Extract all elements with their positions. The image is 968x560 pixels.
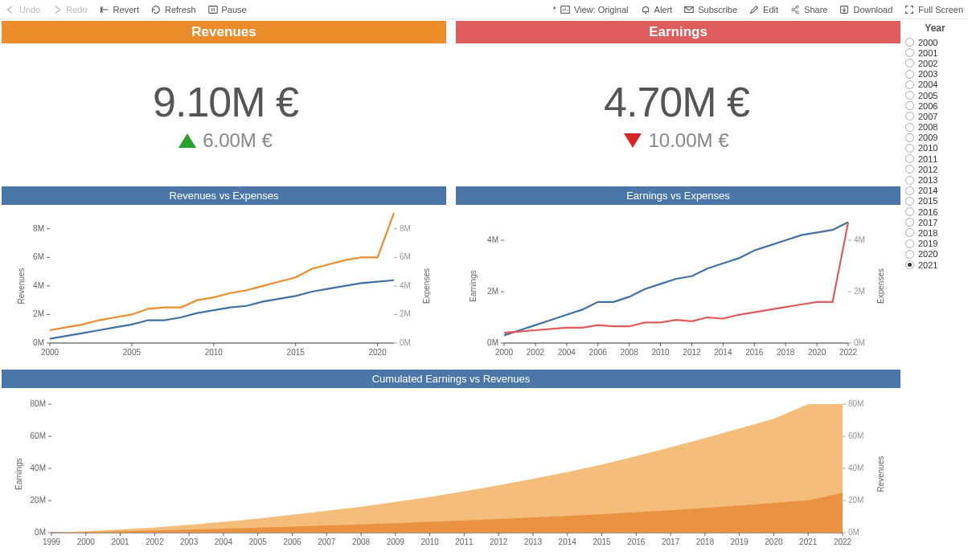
- svg-text:2022: 2022: [834, 538, 852, 546]
- svg-text:2012: 2012: [490, 538, 508, 546]
- svg-text:2016: 2016: [745, 348, 764, 357]
- view-button[interactable]: * View: Original: [553, 4, 629, 15]
- radio-icon: [905, 239, 914, 248]
- svg-text:0M: 0M: [33, 338, 44, 347]
- radio-icon: [905, 48, 914, 57]
- year-option-2013[interactable]: 2013: [905, 174, 965, 185]
- undo-button[interactable]: Undo: [5, 4, 40, 15]
- svg-text:40M: 40M: [848, 464, 863, 472]
- pause-button[interactable]: Pause: [207, 4, 247, 15]
- alert-button[interactable]: Alert: [640, 4, 673, 15]
- year-option-2005[interactable]: 2005: [905, 90, 965, 100]
- year-option-2011[interactable]: 2011: [905, 153, 965, 164]
- year-option-2007[interactable]: 2007: [905, 111, 965, 121]
- subscribe-button[interactable]: Subscribe: [683, 4, 737, 15]
- svg-text:0M: 0M: [487, 338, 498, 347]
- svg-text:1999: 1999: [43, 538, 61, 546]
- year-option-2006[interactable]: 2006: [905, 100, 965, 111]
- year-option-2014[interactable]: 2014: [905, 186, 965, 196]
- svg-text:20M: 20M: [31, 496, 46, 505]
- svg-text:2M: 2M: [487, 287, 498, 296]
- y-axis-right-label: Expenses: [877, 268, 886, 304]
- svg-text:2020: 2020: [765, 538, 783, 546]
- pause-icon: [207, 4, 219, 15]
- svg-text:2017: 2017: [662, 538, 680, 546]
- svg-text:6M: 6M: [33, 252, 44, 261]
- svg-text:2010: 2010: [420, 538, 439, 546]
- svg-text:2014: 2014: [559, 538, 577, 546]
- year-option-2009[interactable]: 2009: [905, 133, 965, 143]
- svg-text:2002: 2002: [527, 348, 545, 357]
- svg-text:2006: 2006: [589, 348, 608, 357]
- earnings-vs-expenses-chart[interactable]: 0M2M4M0M2M4M2000200220042006200820102012…: [456, 205, 896, 364]
- year-label: 2019: [918, 239, 937, 248]
- edit-button[interactable]: Edit: [749, 4, 778, 15]
- year-option-2019[interactable]: 2019: [905, 239, 965, 249]
- svg-text:2010: 2010: [205, 348, 224, 357]
- svg-text:2M: 2M: [854, 287, 865, 296]
- year-label: 2013: [918, 175, 937, 185]
- radio-icon: [905, 91, 914, 100]
- year-label: 2015: [918, 196, 937, 206]
- y-axis-right-label: Revenues: [876, 456, 885, 492]
- pencil-icon: [749, 4, 760, 15]
- fullscreen-button[interactable]: Full Screen: [904, 4, 963, 15]
- svg-text:4M: 4M: [487, 235, 498, 244]
- year-label: 2003: [918, 69, 937, 79]
- svg-text:2M: 2M: [33, 309, 44, 318]
- revenues-vs-expenses-chart[interactable]: 0M2M4M6M8M0M2M4M6M8M20002005201020152020: [2, 205, 442, 364]
- cumulated-chart[interactable]: 0M20M40M60M80M0M20M40M60M80M199920002001…: [2, 388, 892, 554]
- year-option-2000[interactable]: 2000: [905, 37, 965, 47]
- svg-text:2013: 2013: [524, 538, 543, 546]
- year-option-2020[interactable]: 2020: [905, 249, 965, 260]
- svg-text:60M: 60M: [848, 431, 863, 440]
- year-label: 2004: [918, 80, 937, 89]
- year-option-2012[interactable]: 2012: [905, 164, 965, 174]
- radio-icon: [905, 59, 914, 67]
- svg-text:2000: 2000: [41, 348, 59, 357]
- year-option-2004[interactable]: 2004: [905, 80, 965, 90]
- year-label: 2021: [918, 260, 937, 270]
- year-label: 2016: [918, 207, 937, 217]
- y-axis-left-label: Earnings: [14, 458, 23, 489]
- year-option-2015[interactable]: 2015: [905, 196, 965, 206]
- year-option-2008[interactable]: 2008: [905, 122, 965, 133]
- refresh-button[interactable]: Refresh: [150, 4, 196, 15]
- radio-icon: [905, 228, 914, 237]
- year-option-2003[interactable]: 2003: [905, 69, 965, 80]
- svg-text:2006: 2006: [283, 538, 301, 546]
- radio-icon: [905, 176, 914, 185]
- svg-text:0M: 0M: [400, 338, 411, 347]
- redo-button[interactable]: Redo: [51, 4, 87, 15]
- year-label: 2020: [918, 249, 937, 259]
- svg-text:2020: 2020: [808, 348, 826, 357]
- svg-text:2007: 2007: [318, 538, 336, 546]
- view-icon: [560, 4, 571, 15]
- revert-button[interactable]: Revert: [99, 4, 139, 15]
- radio-icon: [905, 260, 914, 269]
- arrow-right-icon: [51, 4, 63, 15]
- radio-icon: [905, 207, 914, 216]
- svg-text:2003: 2003: [180, 538, 199, 546]
- bell-icon: [640, 4, 651, 15]
- share-button[interactable]: Share: [790, 4, 827, 15]
- year-option-2021[interactable]: 2021: [905, 260, 965, 270]
- svg-text:2002: 2002: [146, 538, 164, 546]
- year-option-2001[interactable]: 2001: [905, 47, 965, 58]
- year-label: 2008: [918, 122, 937, 132]
- year-option-2018[interactable]: 2018: [905, 227, 965, 238]
- year-option-2010[interactable]: 2010: [905, 143, 965, 153]
- download-button[interactable]: Download: [839, 4, 892, 15]
- radio-icon: [905, 123, 914, 132]
- year-label: 2011: [918, 154, 937, 164]
- triangle-up-icon: [178, 133, 196, 148]
- year-label: 2014: [918, 186, 937, 195]
- radio-icon: [905, 133, 914, 142]
- svg-text:2000: 2000: [77, 538, 96, 546]
- year-label: 2012: [918, 165, 937, 174]
- svg-text:2018: 2018: [696, 538, 715, 546]
- year-option-2002[interactable]: 2002: [905, 58, 965, 68]
- year-option-2016[interactable]: 2016: [905, 206, 965, 217]
- svg-text:2022: 2022: [839, 348, 858, 357]
- year-option-2017[interactable]: 2017: [905, 217, 965, 227]
